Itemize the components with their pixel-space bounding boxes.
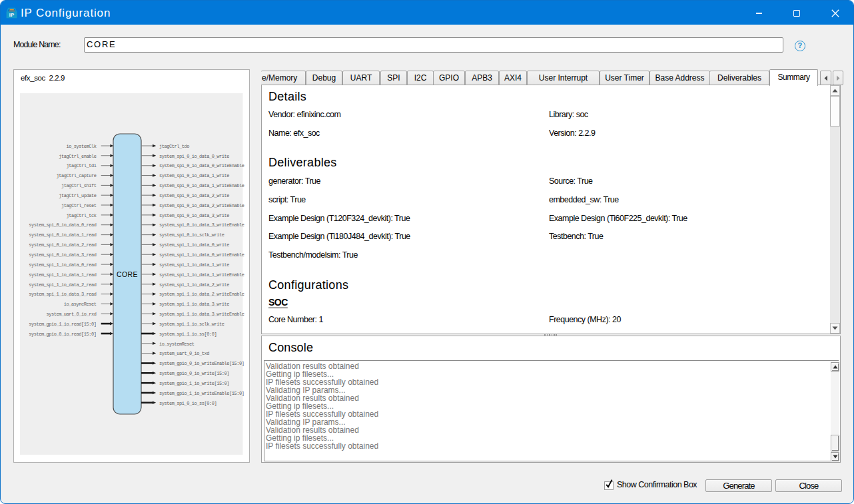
svg-text:system_spi_0_io_data_0_write: system_spi_0_io_data_0_write bbox=[159, 154, 229, 159]
svg-text:system_spi_0_io_data_2_write: system_spi_0_io_data_2_write bbox=[159, 193, 229, 198]
svg-text:system_spi_0_io_data_1_writeEn: system_spi_0_io_data_1_writeEnable bbox=[159, 183, 244, 188]
svg-text:system_uart_0_io_rxd: system_uart_0_io_rxd bbox=[46, 312, 96, 317]
svg-text:system_spi_0_io_data_0_writeEn: system_spi_0_io_data_0_writeEnable bbox=[159, 163, 244, 168]
svg-text:jtagCtrl_shift: jtagCtrl_shift bbox=[61, 183, 97, 188]
svg-text:system_spi_1_io_data_2_read: system_spi_1_io_data_2_read bbox=[29, 282, 97, 288]
svg-text:system_spi_0_io_data_0_read: system_spi_0_io_data_0_read bbox=[29, 222, 97, 228]
svg-text:system_gpio_0_io_read[15:0]: system_gpio_0_io_read[15:0] bbox=[29, 332, 96, 337]
svg-text:system_spi_0_io_data_3_writeEn: system_spi_0_io_data_3_writeEnable bbox=[159, 222, 244, 228]
svg-text:jtagCtrl_capture: jtagCtrl_capture bbox=[56, 173, 96, 178]
svg-text:CORE: CORE bbox=[117, 270, 138, 278]
svg-text:system_spi_0_io_ss[0:0]: system_spi_0_io_ss[0:0] bbox=[159, 401, 216, 406]
svg-text:jtagCtrl_enable: jtagCtrl_enable bbox=[59, 154, 97, 159]
svg-text:IP: IP bbox=[9, 12, 15, 18]
svg-text:jtagCtrl_tdi: jtagCtrl_tdi bbox=[66, 163, 96, 168]
svg-text:system_spi_1_io_data_3_read: system_spi_1_io_data_3_read bbox=[29, 292, 97, 297]
svg-text:system_spi_0_io_data_2_read: system_spi_0_io_data_2_read bbox=[29, 242, 97, 248]
svg-text:jtagCtrl_tck: jtagCtrl_tck bbox=[66, 213, 96, 218]
svg-text:system_uart_0_io_txd: system_uart_0_io_txd bbox=[159, 351, 209, 356]
svg-text:system_spi_1_io_data_2_writeEn: system_spi_1_io_data_2_writeEnable bbox=[159, 292, 244, 297]
svg-text:system_spi_1_io_data_1_read: system_spi_1_io_data_1_read bbox=[29, 272, 97, 278]
svg-text:system_gpio_1_io_read[15:0]: system_gpio_1_io_read[15:0] bbox=[29, 322, 96, 327]
svg-text:system_spi_1_io_data_0_write: system_spi_1_io_data_0_write bbox=[159, 242, 229, 248]
svg-text:system_spi_0_io_data_3_read: system_spi_0_io_data_3_read bbox=[29, 252, 97, 258]
svg-text:system_spi_1_io_data_2_write: system_spi_1_io_data_2_write bbox=[159, 282, 229, 288]
svg-text:system_spi_0_io_data_3_write: system_spi_0_io_data_3_write bbox=[159, 213, 229, 218]
svg-text:system_spi_1_io_data_0_read: system_spi_1_io_data_0_read bbox=[29, 262, 97, 268]
svg-text:system_spi_1_io_data_3_writeEn: system_spi_1_io_data_3_writeEnable bbox=[159, 312, 244, 317]
svg-text:system_spi_1_io_sclk_write: system_spi_1_io_sclk_write bbox=[159, 322, 224, 327]
svg-text:io_systemReset: io_systemReset bbox=[159, 342, 195, 347]
svg-text:jtagCtrl_reset: jtagCtrl_reset bbox=[61, 203, 97, 208]
svg-text:system_spi_1_io_ss[0:0]: system_spi_1_io_ss[0:0] bbox=[159, 332, 216, 337]
svg-text:jtagCtrl_tdo: jtagCtrl_tdo bbox=[159, 144, 189, 149]
svg-text:system_spi_1_io_data_1_writeEn: system_spi_1_io_data_1_writeEnable bbox=[159, 272, 244, 278]
svg-text:system_spi_1_io_data_3_write: system_spi_1_io_data_3_write bbox=[159, 302, 229, 307]
svg-text:system_spi_1_io_data_0_writeEn: system_spi_1_io_data_0_writeEnable bbox=[159, 252, 244, 258]
svg-text:system_spi_0_io_data_1_write: system_spi_0_io_data_1_write bbox=[159, 173, 229, 178]
svg-text:system_gpio_1_io_write[15:0]: system_gpio_1_io_write[15:0] bbox=[159, 381, 229, 386]
svg-text:system_spi_1_io_data_1_write: system_spi_1_io_data_1_write bbox=[159, 262, 229, 268]
svg-text:system_spi_0_io_data_2_writeEn: system_spi_0_io_data_2_writeEnable bbox=[159, 203, 244, 208]
svg-text:jtagCtrl_update: jtagCtrl_update bbox=[59, 193, 97, 198]
svg-text:io_systemClk: io_systemClk bbox=[66, 144, 96, 149]
svg-text:system_gpio_0_io_writeEnable[1: system_gpio_0_io_writeEnable[15:0] bbox=[159, 361, 244, 366]
svg-text:system_spi_0_io_sclk_write: system_spi_0_io_sclk_write bbox=[159, 232, 224, 238]
svg-text:system_spi_0_io_data_1_read: system_spi_0_io_data_1_read bbox=[29, 232, 97, 238]
svg-text:system_gpio_0_io_write[15:0]: system_gpio_0_io_write[15:0] bbox=[159, 371, 229, 376]
svg-text:system_gpio_1_io_writeEnable[1: system_gpio_1_io_writeEnable[15:0] bbox=[159, 391, 244, 396]
svg-text:io_asyncReset: io_asyncReset bbox=[64, 302, 97, 307]
